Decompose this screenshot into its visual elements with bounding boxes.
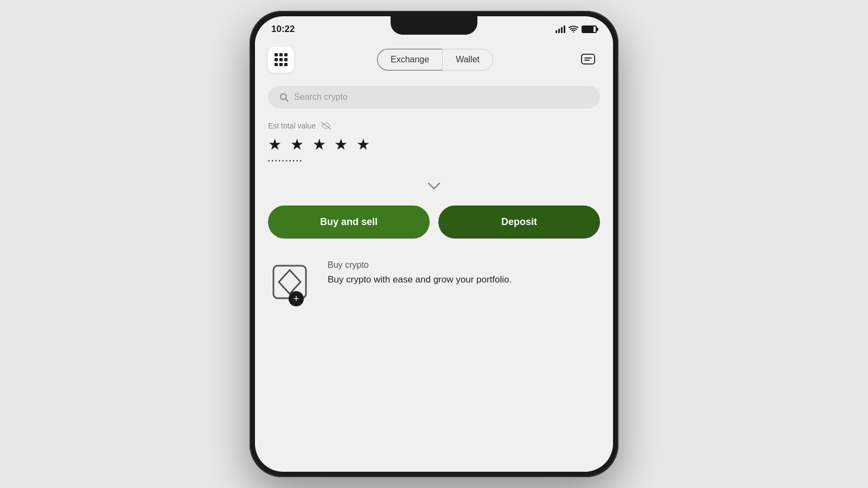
value-dots: ••••••••••: [268, 158, 600, 164]
svg-marker-7: [279, 270, 301, 294]
phone-notch: [391, 16, 477, 35]
chat-icon: [580, 52, 596, 67]
search-icon: [279, 92, 289, 102]
svg-point-0: [573, 31, 574, 32]
wifi-icon: [569, 25, 578, 34]
buy-crypto-title: Buy crypto: [328, 260, 600, 270]
action-buttons: Buy and sell Deposit: [255, 201, 613, 252]
phone-screen: 10:22: [255, 16, 613, 472]
tab-wallet[interactable]: Wallet: [442, 49, 493, 70]
status-icons: [556, 25, 597, 34]
top-nav: Exchange Wallet: [255, 38, 613, 81]
tab-exchange[interactable]: Exchange: [377, 49, 442, 70]
search-bar[interactable]: Search crypto: [268, 86, 600, 108]
buy-crypto-text: Buy crypto Buy crypto with ease and grow…: [328, 260, 600, 286]
buy-sell-button[interactable]: Buy and sell: [268, 206, 430, 239]
grid-menu-button[interactable]: [268, 47, 294, 73]
search-placeholder: Search crypto: [294, 92, 348, 102]
expand-chevron[interactable]: [255, 177, 613, 201]
tab-group: Exchange Wallet: [377, 49, 493, 70]
main-content: Exchange Wallet: [255, 38, 613, 472]
diamond-icon: +: [268, 260, 311, 304]
chat-button[interactable]: [576, 48, 600, 72]
est-label: Est total value: [268, 121, 600, 130]
status-time: 10:22: [271, 24, 295, 35]
deposit-button[interactable]: Deposit: [438, 206, 600, 239]
phone-device: 10:22: [250, 11, 618, 477]
crypto-icon-area: +: [268, 260, 317, 304]
buy-crypto-description: Buy crypto with ease and grow your portf…: [328, 273, 600, 286]
search-container: Search crypto: [255, 81, 613, 117]
buy-crypto-promo: + Buy crypto Buy crypto with ease and gr…: [255, 252, 613, 312]
value-section: Est total value ★ ★ ★ ★ ★ ••••••••••: [255, 117, 613, 177]
value-stars: ★ ★ ★ ★ ★: [268, 136, 600, 153]
signal-icon: [556, 25, 565, 33]
svg-rect-1: [582, 54, 595, 64]
svg-line-5: [285, 99, 288, 101]
est-label-text: Est total value: [268, 121, 316, 130]
hide-icon[interactable]: [320, 121, 332, 130]
grid-icon: [275, 53, 288, 66]
plus-badge: +: [289, 291, 304, 306]
battery-icon: [582, 25, 597, 33]
